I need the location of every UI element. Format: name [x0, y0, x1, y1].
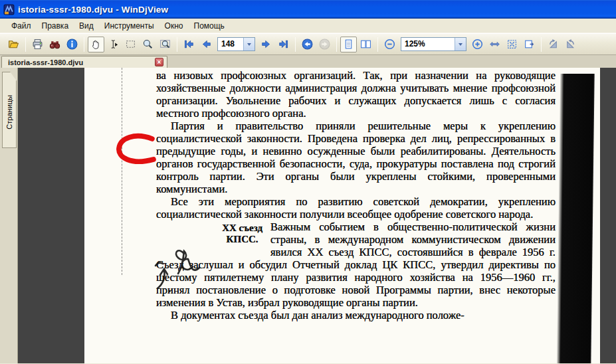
margin-note-line2: КПСС. — [222, 234, 262, 245]
chevron-down-icon[interactable] — [455, 38, 466, 50]
paragraph: Партия и правительство приняли решительн… — [156, 120, 556, 195]
paragraph: Все эти мероприятия по развитию советско… — [156, 195, 556, 221]
zoom-out-icon — [384, 39, 395, 50]
paragraph: В документах съезда был дан анализ между… — [156, 309, 556, 321]
toolbar-separator — [25, 37, 26, 52]
rotate-left-icon — [548, 39, 559, 50]
forward-icon — [319, 39, 330, 50]
back-icon — [302, 39, 313, 50]
document-tab-label: istoria-sssr-1980.djvu — [8, 58, 83, 66]
print-button[interactable] — [29, 37, 46, 52]
window-title: istoria-sssr-1980.djvu - WinDjView — [18, 5, 168, 15]
find-icon — [49, 39, 60, 50]
document-tab-bar: istoria-sssr-1980.djvu × — [0, 55, 616, 68]
pages-panel-tab-label: Страницы — [5, 95, 13, 130]
pan-tool-button[interactable] — [88, 37, 104, 52]
text-cursor-icon — [108, 39, 119, 50]
select-rect-button[interactable] — [122, 37, 139, 52]
magnifier-window-icon — [159, 39, 171, 50]
magnifying-glass-icon — [142, 39, 154, 50]
actual-size-button[interactable] — [521, 37, 538, 52]
hand-icon — [90, 39, 102, 50]
last-page-button[interactable] — [275, 37, 292, 52]
rotate-right-icon — [565, 39, 576, 50]
pages-panel-tab[interactable]: Страницы — [2, 72, 17, 148]
rotate-right-button[interactable] — [562, 37, 579, 52]
forward-button[interactable] — [316, 37, 333, 52]
close-icon[interactable]: × — [155, 58, 163, 66]
first-page-button[interactable] — [181, 37, 197, 52]
fit-page-button[interactable] — [504, 37, 520, 52]
toolbar-separator — [377, 37, 378, 52]
menu-tools[interactable]: Инструменты — [99, 20, 159, 32]
magnifier-window-button[interactable] — [157, 37, 173, 52]
back-button[interactable] — [299, 37, 316, 52]
facing-pages-icon — [360, 39, 371, 50]
toolbar-separator — [177, 37, 177, 52]
about-icon — [66, 39, 78, 50]
title-bar[interactable]: istoria-sssr-1980.djvu - WinDjView — [0, 0, 616, 19]
paragraph-with-margin-note: XX съезд КПСС. Важным событием в обществ… — [156, 221, 556, 309]
sidebar-strip: Страницы — [0, 68, 18, 363]
document-tab[interactable]: istoria-sssr-1980.djvu × — [1, 56, 167, 68]
open-icon — [8, 39, 19, 50]
prev-page-icon — [201, 39, 212, 50]
app-icon — [3, 4, 15, 15]
actual-size-icon — [524, 39, 535, 50]
single-page-icon — [343, 39, 354, 50]
open-button[interactable] — [5, 37, 22, 52]
menu-edit[interactable]: Правка — [37, 20, 74, 32]
toolbar-separator — [336, 37, 337, 52]
page-number-value[interactable]: 148 — [218, 38, 243, 50]
red-pen-annotation — [115, 133, 157, 169]
single-page-layout-button[interactable] — [340, 37, 357, 52]
chevron-down-icon[interactable] — [243, 38, 255, 50]
pen-scribble — [150, 246, 213, 299]
zoom-tool-button[interactable] — [140, 37, 156, 52]
page-text: ва низовых профсоюзных организаций. Так,… — [156, 69, 556, 321]
toolbar-separator — [295, 37, 296, 52]
rotate-left-button[interactable] — [545, 37, 562, 52]
zoom-level-value[interactable]: 125% — [401, 38, 455, 50]
fit-width-icon — [489, 39, 500, 50]
menu-help[interactable]: Помощь — [189, 20, 230, 32]
toolbar-separator — [84, 37, 84, 52]
menu-bar: Файл Правка Вид Инструменты Окно Помощь — [0, 19, 616, 33]
marquee-icon — [125, 39, 136, 50]
fit-page-icon — [506, 39, 518, 50]
page-number-combo[interactable]: 148 — [217, 37, 255, 51]
print-icon — [32, 39, 43, 50]
toolbar-separator — [541, 37, 542, 52]
margin-note: XX съезд КПСС. — [222, 223, 262, 245]
next-page-icon — [260, 39, 272, 50]
facing-pages-layout-button[interactable] — [358, 37, 374, 52]
about-button[interactable] — [64, 37, 80, 52]
menu-file[interactable]: Файл — [6, 20, 37, 32]
margin-note-line1: XX съезд — [222, 223, 262, 234]
menu-window[interactable]: Окно — [159, 20, 189, 32]
document-page: ва низовых профсоюзных организаций. Так,… — [84, 68, 600, 363]
main-area: Страницы ва низовых профсоюзных организа… — [0, 68, 616, 363]
zoom-out-button[interactable] — [381, 37, 398, 52]
toolbar: 148 — [0, 33, 616, 55]
windjview-window: istoria-sssr-1980.djvu - WinDjView Файл … — [0, 0, 616, 364]
paragraph: ва низовых профсоюзных организаций. Так,… — [156, 69, 556, 120]
zoom-level-combo[interactable]: 125% — [401, 37, 466, 51]
document-viewport[interactable]: ва низовых профсоюзных организаций. Так,… — [18, 68, 616, 363]
zoom-in-button[interactable] — [469, 37, 486, 52]
fit-width-button[interactable] — [486, 37, 503, 52]
menu-view[interactable]: Вид — [74, 20, 99, 32]
find-button[interactable] — [47, 37, 63, 52]
last-page-icon — [278, 39, 289, 50]
scan-gutter-band — [555, 74, 594, 363]
scan-fold-line — [122, 68, 122, 275]
prev-page-button[interactable] — [198, 37, 215, 52]
select-text-button[interactable] — [105, 37, 122, 52]
zoom-in-icon — [472, 39, 483, 50]
first-page-icon — [183, 39, 195, 50]
next-page-button[interactable] — [258, 37, 274, 52]
